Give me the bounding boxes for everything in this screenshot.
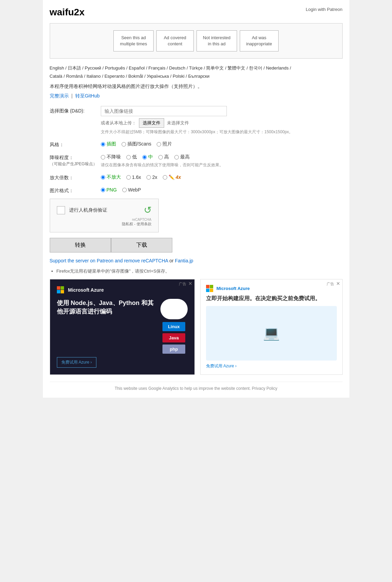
lang-bokmal[interactable]: Bokmål [128,74,143,79]
noise-high[interactable]: 高 [158,154,169,160]
style-scans[interactable]: 插图/Scans [122,141,152,147]
style-row: 风格： 插图 插图/Scans 照片 [50,140,343,148]
style-photo[interactable]: 照片 [157,141,172,147]
privacy-policy-link[interactable]: Privacy Policy [252,386,278,391]
lang-simp-chinese[interactable]: 简单中文 [206,65,224,71]
style-controls: 插图 插图/Scans 照片 [101,140,343,147]
ad-feedback-not-interested[interactable]: Not interestedin this ad [197,30,237,51]
lang-english[interactable]: English [50,65,64,71]
captcha-row: 进行人机身份验证 ↺ [57,204,152,216]
scale-row: 放大倍数： 不放大 1.6x 2x 4x [50,173,343,181]
demo-link[interactable]: 完整演示 [50,93,69,98]
site-title: waifu2x [50,7,85,18]
ad-right-close[interactable]: ✕ [336,281,340,286]
scale-1.6x[interactable]: 1.6x [126,174,141,180]
scale-2x[interactable]: 2x [146,174,157,180]
ad-right-label: 广告 [327,281,334,287]
noise-radio-group: 不降噪 低 中 高 最高 [101,153,343,160]
lang-french[interactable]: Français [148,65,166,71]
lang-turkish[interactable]: Türkçe [189,65,203,71]
ad-feedback-box: Seen this admultiple times Ad coveredcon… [50,23,343,59]
scale-none[interactable]: 不放大 [101,174,121,180]
scale-4x[interactable]: 4x [163,174,181,180]
scale-controls: 不放大 1.6x 2x 4x [101,173,343,180]
language-bar: English / 日本語 / Русский / Português / Es… [50,64,343,80]
format-controls: PNG WebP [101,186,343,193]
noise-none[interactable]: 不降噪 [101,154,121,160]
lang-ukrainian[interactable]: Українська [147,74,169,79]
noise-label: 降噪程度： （可能会产生JPEG噪点） [50,153,97,167]
lang-spanish[interactable]: Español [129,65,145,71]
style-label: 风格： [50,140,97,148]
noise-row: 降噪程度： （可能会产生JPEG噪点） 不降噪 低 中 [50,153,343,168]
format-webp[interactable]: WebP [122,187,141,193]
image-input-row: 选择图像 (D&D): 或者从本地上传： 选择文件 未选择文件 文件大小不得超过… [50,106,343,135]
lang-dutch[interactable]: Nederlands [266,65,289,71]
ms-logo-icon-right [206,285,213,292]
ad-right-cta[interactable]: 免费试用 Azure › [206,363,337,369]
captcha-checkbox[interactable] [57,206,65,214]
github-link[interactable]: 转至GitHub [75,93,100,98]
ms-logo-icon [57,286,64,293]
format-row: 图片格式： PNG WebP [50,186,343,194]
azure-right-brand: Microsoft Azure [217,286,250,291]
lang-german[interactable]: Deutsch [169,65,186,71]
captcha-privacy[interactable]: 隐私权 [122,222,133,226]
download-button[interactable]: 下载 [111,238,172,252]
format-label: 图片格式： [50,186,97,194]
lang-russian[interactable]: Русский [85,65,101,71]
footer: This website uses Google Analytics to he… [50,382,343,391]
ad-left-cta[interactable]: 免费试用 Azure › [57,357,96,368]
noise-mid[interactable]: 中 [142,154,153,160]
lang-japanese[interactable]: 日本語 [68,65,81,71]
links-row: 完整演示 | 转至GitHub [50,93,343,99]
ad-right: 广告 ✕ Microsoft Azure 立即开始构建应用。在决定购买之前免费试… [200,279,343,375]
patreon-link[interactable]: Support the server on Patreon and remove… [50,258,168,263]
captcha-box: 进行人机身份验证 ↺ reCAPTCHA 隐私权 - 使用条款 [50,199,159,232]
captcha-terms[interactable]: 使用条款 [137,222,152,226]
badge-java: Java [162,333,185,342]
ad-left: 广告 ✕ Microsoft Azure 使用 Node.js、Java、Pyt… [50,279,195,375]
convert-button[interactable]: 转换 [50,238,111,252]
action-buttons: 转换 下载 [50,238,343,252]
lang-esperanto[interactable]: Esperanto [105,74,125,79]
notice-list: Firefox无法用右键菜单中的"保存图像"，请按Ctrl+S保存。 [50,268,343,274]
lang-italian[interactable]: Italiano [87,74,101,79]
ad-feedback-inappropriate[interactable]: Ad wasinappropriate [240,30,279,51]
choose-file-button[interactable]: 选择文件 [139,118,164,128]
ads-row: 广告 ✕ Microsoft Azure 使用 Node.js、Java、Pyt… [50,279,343,375]
badge-php: php [162,344,185,354]
patreon-section: Support the server on Patreon and remove… [50,258,343,263]
azure-right-logo: Microsoft Azure [206,285,337,292]
lang-korean[interactable]: 한국어 [249,65,262,71]
ad-left-imagery: ☁ Linux Java php [160,299,188,354]
file-note: 文件大小不得超过5MB；可降噪图像的最大尺寸：3000x3000px；可放大图像… [101,129,343,135]
azure-left-logo: Microsoft Azure [57,286,188,293]
url-input[interactable] [101,106,227,116]
ad-feedback-seen[interactable]: Seen this admultiple times [113,30,153,51]
lang-catalan[interactable]: Català [50,74,63,79]
noise-low[interactable]: 低 [126,154,137,160]
upload-prefix: 或者从本地上传： [101,120,136,126]
captcha-label: 进行人机身份验证 [69,207,140,213]
ad-feedback-covered[interactable]: Ad coveredcontent [156,30,194,51]
recaptcha-icon: ↺ [144,204,152,216]
login-link[interactable]: Login with Patreon [306,7,343,12]
lang-polish[interactable]: Polski [173,74,185,79]
noise-controls: 不降噪 低 中 高 最高 [101,153,343,168]
azure-left-brand: Microsoft Azure [68,287,104,293]
lang-bulgarian[interactable]: Български [188,74,209,79]
lang-romanian[interactable]: Română [66,74,83,79]
ad-left-label: 广告 [179,281,186,287]
lang-portuguese[interactable]: Português [105,65,125,71]
scale-label: 放大倍数： [50,173,97,181]
style-illust[interactable]: 插图 [101,141,116,147]
ad-left-close[interactable]: ✕ [188,281,192,286]
lang-trad-chinese[interactable]: 繁體中文 [228,65,245,71]
format-png[interactable]: PNG [101,187,117,193]
badge-linux: Linux [162,322,185,331]
notice-item: Firefox无法用右键菜单中的"保存图像"，请按Ctrl+S保存。 [57,268,343,274]
file-row: 或者从本地上传： 选择文件 未选择文件 [101,118,343,128]
noise-highest[interactable]: 最高 [174,154,190,160]
fantia-link[interactable]: Fantia.jp [175,258,193,263]
